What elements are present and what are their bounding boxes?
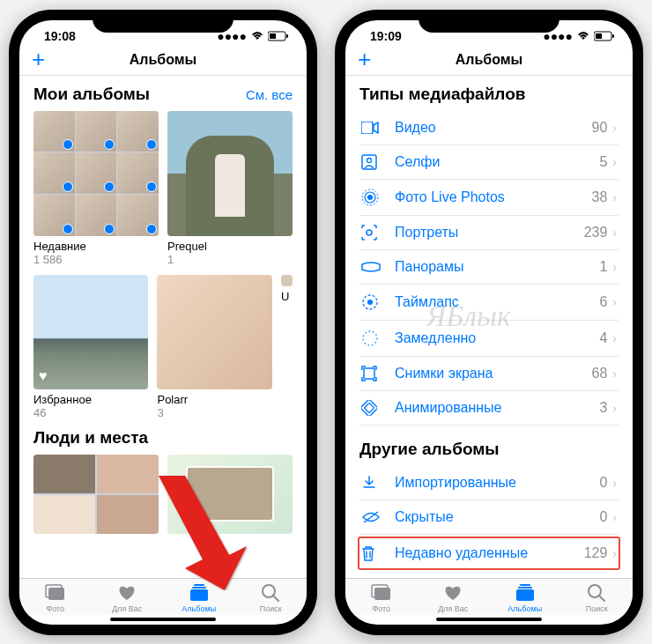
svg-rect-12 xyxy=(596,33,602,39)
chevron-icon: › xyxy=(612,260,617,274)
chevron-icon: › xyxy=(612,295,617,309)
section-title: Мои альбомы xyxy=(33,85,150,104)
live-icon xyxy=(361,189,382,206)
svg-rect-2 xyxy=(270,33,276,39)
list-row-trash[interactable]: Недавно удаленные129› xyxy=(358,537,620,570)
svg-point-16 xyxy=(367,195,373,200)
row-label: Скрытые xyxy=(395,509,599,525)
add-button[interactable]: + xyxy=(358,46,371,73)
list-row-animated[interactable]: Анимированные3› xyxy=(359,391,619,426)
list-row-hidden[interactable]: Скрытые0› xyxy=(359,500,619,535)
svg-rect-7 xyxy=(194,584,204,586)
photos-icon xyxy=(45,582,66,603)
search-icon xyxy=(261,582,280,603)
row-label: Портреты xyxy=(395,225,584,241)
album-prequel[interactable]: Prequel 1 xyxy=(167,111,293,266)
other-albums-list: Импортированные0›Скрытые0›Недавно удален… xyxy=(359,466,619,570)
row-label: Замедленно xyxy=(395,330,599,346)
list-row-timelapse[interactable]: Таймлапс6› xyxy=(359,285,619,321)
tab-photos[interactable]: Фото xyxy=(345,582,418,613)
wifi-icon xyxy=(250,31,264,41)
tab-albums[interactable]: Альбомы xyxy=(163,582,235,613)
row-label: Анимированные xyxy=(395,400,599,416)
tab-search[interactable]: Поиск xyxy=(561,582,633,613)
foryou-icon xyxy=(443,582,463,603)
svg-point-19 xyxy=(367,230,372,235)
tab-bar: Фото Для Вас Альбомы Поиск xyxy=(345,578,633,615)
row-count: 0 xyxy=(599,475,607,491)
search-icon xyxy=(587,582,606,603)
section-title: Типы медиафайлов xyxy=(359,85,525,104)
section-my-albums: Мои альбомы См. все xyxy=(33,85,293,104)
phone-right: 19:09 ●●●● + Альбомы Типы медиафайлов Ви… xyxy=(335,10,643,635)
svg-point-21 xyxy=(367,300,373,305)
svg-rect-1 xyxy=(286,34,288,38)
section-other-albums: Другие альбомы xyxy=(359,440,619,459)
tab-foryou[interactable]: Для Вас xyxy=(92,582,164,613)
chevron-icon: › xyxy=(612,476,617,490)
people-places-row xyxy=(33,455,293,534)
row-count: 1 xyxy=(599,259,607,275)
list-row-live[interactable]: Фото Live Photos38› xyxy=(359,180,619,216)
album-row-1: Недавние 1 586 Prequel 1 xyxy=(33,111,293,266)
albums-icon xyxy=(189,582,210,603)
album-recents[interactable]: Недавние 1 586 xyxy=(33,111,159,266)
chevron-icon: › xyxy=(612,401,617,415)
list-row-slomo[interactable]: Замедленно4› xyxy=(359,321,619,357)
row-label: Таймлапс xyxy=(395,294,599,310)
people-album[interactable] xyxy=(33,455,159,534)
list-row-portrait[interactable]: Портреты239› xyxy=(359,216,619,250)
album-favorites[interactable]: ♥ Избранное 46 xyxy=(33,275,148,419)
screen-left: 19:08 ●●●● + Альбомы Мои альбомы См. все xyxy=(19,20,307,625)
notch xyxy=(93,10,233,33)
see-all-link[interactable]: См. все xyxy=(246,87,293,102)
screenshot-icon xyxy=(361,366,382,381)
add-button[interactable]: + xyxy=(32,46,45,73)
list-row-import[interactable]: Импортированные0› xyxy=(359,466,619,500)
row-count: 129 xyxy=(584,545,608,561)
import-icon xyxy=(361,475,382,491)
tab-photos[interactable]: Фото xyxy=(19,582,92,613)
row-label: Видео xyxy=(395,120,592,136)
content-left[interactable]: Мои альбомы См. все Недавние 1 586 Prequ… xyxy=(19,76,307,578)
list-row-selfie[interactable]: Селфи5› xyxy=(359,145,619,180)
album-polarr[interactable]: Polarr 3 xyxy=(157,275,271,419)
album-partial[interactable]: U xyxy=(281,275,293,419)
status-icons: ●●●● xyxy=(543,29,615,43)
row-count: 4 xyxy=(599,330,607,346)
svg-rect-13 xyxy=(361,122,373,134)
battery-icon xyxy=(268,31,289,41)
content-right[interactable]: Типы медиафайлов Видео90›Селфи5›Фото Liv… xyxy=(345,76,633,578)
row-count: 6 xyxy=(599,294,607,310)
svg-rect-5 xyxy=(190,589,208,601)
list-row-screenshot[interactable]: Снимки экрана68› xyxy=(359,357,619,391)
chevron-icon: › xyxy=(612,121,617,135)
chevron-icon: › xyxy=(612,331,617,345)
heart-icon: ♥ xyxy=(39,368,48,384)
list-row-video[interactable]: Видео90› xyxy=(359,111,619,145)
svg-point-15 xyxy=(367,158,372,162)
tab-albums[interactable]: Альбомы xyxy=(489,582,561,613)
chevron-icon: › xyxy=(612,190,617,204)
list-row-panorama[interactable]: Панорамы1› xyxy=(359,250,619,285)
nav-title: Альбомы xyxy=(456,52,523,68)
row-label: Панорамы xyxy=(395,259,599,275)
video-icon xyxy=(361,122,382,134)
foryou-icon xyxy=(117,582,137,603)
status-time: 19:08 xyxy=(44,29,76,43)
tab-search[interactable]: Поиск xyxy=(235,582,307,613)
svg-point-22 xyxy=(363,331,377,345)
svg-line-9 xyxy=(273,596,278,601)
svg-rect-29 xyxy=(516,589,534,601)
home-indicator[interactable] xyxy=(436,618,542,621)
svg-line-33 xyxy=(599,596,604,601)
row-label: Фото Live Photos xyxy=(395,189,592,205)
home-indicator[interactable] xyxy=(110,618,216,621)
places-album[interactable] xyxy=(167,455,293,534)
row-label: Снимки экрана xyxy=(395,366,592,381)
tab-foryou[interactable]: Для Вас xyxy=(418,582,490,613)
screen-right: 19:09 ●●●● + Альбомы Типы медиафайлов Ви… xyxy=(345,20,633,625)
svg-rect-31 xyxy=(520,584,530,586)
photos-icon xyxy=(371,582,392,603)
row-label: Недавно удаленные xyxy=(395,545,584,561)
